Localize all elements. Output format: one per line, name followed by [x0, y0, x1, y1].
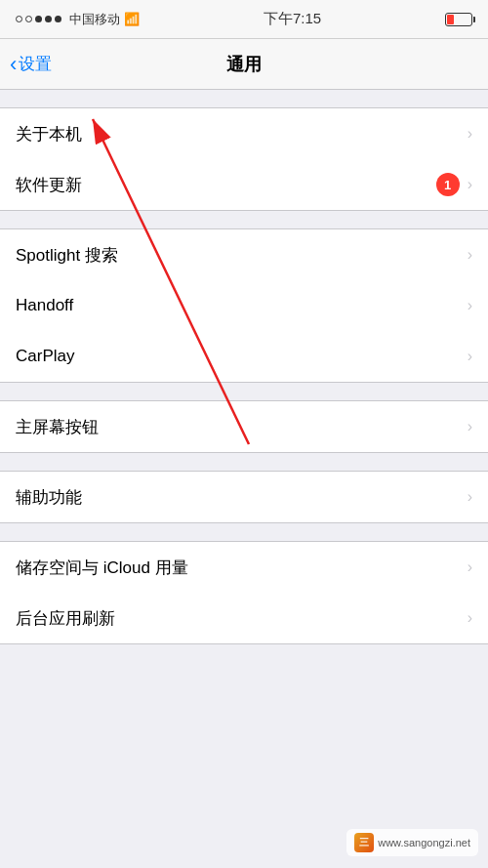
background-refresh-chevron-icon: › — [468, 609, 472, 627]
signal-dot-5 — [55, 16, 61, 22]
section-home-button: 主屏幕按钮 › — [0, 400, 488, 453]
spotlight-right: › — [468, 246, 472, 264]
section-connectivity: Spotlight 搜索 › Handoff › CarPlay › — [0, 228, 488, 383]
spotlight-label: Spotlight 搜索 — [16, 244, 118, 267]
background-refresh-label: 后台应用刷新 — [16, 607, 115, 630]
carplay-label: CarPlay — [16, 347, 74, 366]
software-update-right: 1 › — [436, 173, 472, 196]
icloud-storage-chevron-icon: › — [468, 558, 472, 576]
icloud-storage-row[interactable]: 储存空间与 iCloud 用量 › — [0, 542, 488, 593]
section-items-3: 主屏幕按钮 › — [0, 400, 488, 453]
about-label: 关于本机 — [16, 123, 82, 145]
software-update-row[interactable]: 软件更新 1 › — [0, 159, 488, 210]
status-right — [445, 13, 472, 26]
signal-dot-3 — [35, 16, 42, 22]
section-general-info: 关于本机 › 软件更新 1 › — [0, 107, 488, 211]
section-items-1: 关于本机 › 软件更新 1 › — [0, 107, 488, 211]
icloud-storage-label: 储存空间与 iCloud 用量 — [16, 557, 188, 579]
home-button-right: › — [468, 418, 472, 435]
settings-content: 关于本机 › 软件更新 1 › Spotlight 搜索 › — [0, 90, 488, 644]
signal-dot-4 — [45, 16, 52, 22]
about-right: › — [468, 125, 472, 143]
section-items-4: 辅助功能 › — [0, 471, 488, 523]
navigation-bar: ‹ 设置 通用 — [0, 39, 488, 90]
section-items-5: 储存空间与 iCloud 用量 › 后台应用刷新 › — [0, 541, 488, 644]
status-time: 下午7:15 — [264, 10, 321, 28]
software-update-chevron-icon: › — [468, 176, 472, 193]
about-row[interactable]: 关于本机 › — [0, 108, 488, 159]
back-label: 设置 — [19, 53, 52, 75]
carplay-right: › — [468, 348, 472, 365]
watermark: 三 www.sangongzi.net — [346, 829, 478, 856]
watermark-logo: 三 — [354, 833, 374, 852]
background-refresh-row[interactable]: 后台应用刷新 › — [0, 593, 488, 643]
about-chevron-icon: › — [468, 125, 472, 143]
home-button-label: 主屏幕按钮 — [16, 416, 99, 438]
signal-indicator — [16, 16, 61, 22]
accessibility-chevron-icon: › — [468, 488, 472, 506]
section-items-2: Spotlight 搜索 › Handoff › CarPlay › — [0, 228, 488, 383]
home-button-row[interactable]: 主屏幕按钮 › — [0, 401, 488, 452]
spotlight-chevron-icon: › — [468, 246, 472, 264]
section-storage: 储存空间与 iCloud 用量 › 后台应用刷新 › — [0, 541, 488, 644]
wifi-icon: 📶 — [124, 12, 140, 26]
icloud-storage-right: › — [468, 558, 472, 576]
background-refresh-right: › — [468, 609, 472, 627]
signal-dot-1 — [16, 16, 22, 22]
handoff-row[interactable]: Handoff › — [0, 280, 488, 331]
battery-indicator — [445, 13, 472, 26]
signal-dot-2 — [25, 16, 32, 22]
status-bar: 中国移动 📶 下午7:15 — [0, 0, 488, 39]
accessibility-label: 辅助功能 — [16, 486, 82, 509]
watermark-text: www.sangongzi.net — [378, 837, 470, 848]
accessibility-right: › — [468, 488, 472, 506]
back-chevron-icon: ‹ — [10, 54, 17, 75]
home-button-chevron-icon: › — [468, 418, 472, 435]
carplay-chevron-icon: › — [468, 348, 472, 365]
accessibility-row[interactable]: 辅助功能 › — [0, 472, 488, 522]
carrier-name: 中国移动 — [69, 11, 120, 28]
back-button[interactable]: ‹ 设置 — [10, 53, 52, 75]
handoff-right: › — [468, 297, 472, 314]
handoff-label: Handoff — [16, 296, 73, 315]
section-accessibility: 辅助功能 › — [0, 471, 488, 523]
spotlight-row[interactable]: Spotlight 搜索 › — [0, 229, 488, 280]
page-title: 通用 — [226, 53, 262, 76]
carplay-row[interactable]: CarPlay › — [0, 331, 488, 382]
software-update-label: 软件更新 — [16, 174, 82, 196]
battery-fill — [447, 15, 454, 24]
software-update-badge: 1 — [436, 173, 460, 196]
status-left: 中国移动 📶 — [16, 11, 140, 28]
handoff-chevron-icon: › — [468, 297, 472, 314]
